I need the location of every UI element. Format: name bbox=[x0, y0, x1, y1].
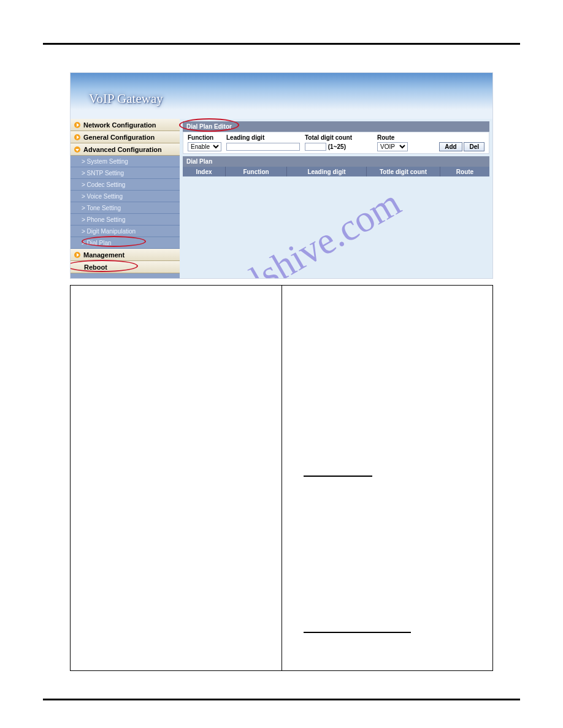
dial-plan-table-title: Dial Plan bbox=[183, 156, 489, 167]
app-banner: VoIP Gateway bbox=[71, 73, 492, 119]
total-digit-hint: (1~25) bbox=[328, 143, 346, 150]
col-function-label: Function bbox=[188, 134, 213, 141]
nav-sub-system-setting[interactable]: > System Setting bbox=[71, 156, 180, 167]
function-select[interactable]: Enable bbox=[188, 142, 221, 151]
leading-digit-input[interactable] bbox=[226, 143, 300, 151]
chevron-down-icon bbox=[74, 146, 80, 153]
nav-management[interactable]: Management bbox=[71, 249, 180, 261]
horizontal-line-icon bbox=[304, 632, 411, 633]
chevron-right-icon bbox=[74, 122, 80, 128]
route-select[interactable]: VOIP bbox=[377, 142, 408, 151]
dial-plan-table-head: Index Function Leading digit Totle digit… bbox=[183, 167, 489, 176]
content-panel: Dial Plan Editor Function Leading digit … bbox=[180, 119, 492, 278]
th-leading: Leading digit bbox=[287, 167, 367, 176]
dial-plan-editor-form: Function Leading digit Total digit count… bbox=[183, 132, 489, 154]
col-total-label: Total digit count bbox=[305, 134, 352, 141]
th-total: Totle digit count bbox=[367, 167, 440, 176]
th-function: Function bbox=[226, 167, 287, 176]
app-title: VoIP Gateway bbox=[89, 91, 163, 107]
th-route: Route bbox=[440, 167, 489, 176]
nav-sub-voice-setting[interactable]: > Voice Setting bbox=[71, 191, 180, 202]
nav-sub-sntp-setting[interactable]: > SNTP Setting bbox=[71, 167, 180, 179]
nav-sub-codec-setting[interactable]: > Codec Setting bbox=[71, 179, 180, 191]
nav-sub-digit-manipulation[interactable]: > Digit Manipulation bbox=[71, 226, 180, 237]
horizontal-line-icon bbox=[304, 476, 372, 477]
add-button[interactable]: Add bbox=[439, 142, 462, 151]
chevron-right-icon bbox=[74, 252, 80, 258]
col-leading-label: Leading digit bbox=[226, 134, 264, 141]
del-button[interactable]: Del bbox=[464, 142, 484, 151]
nav-sub-dial-plan[interactable]: > Dial Plan bbox=[71, 237, 180, 249]
total-digit-input[interactable] bbox=[305, 143, 326, 151]
chevron-right-icon bbox=[74, 134, 80, 140]
left-nav: Network Configuration General Configurat… bbox=[71, 119, 180, 278]
voip-gateway-app: VoIP Gateway Network Configuration Gener… bbox=[70, 72, 493, 279]
nav-reboot[interactable]: Reboot bbox=[71, 261, 180, 273]
nav-sub-phone-setting[interactable]: > Phone Setting bbox=[71, 214, 180, 226]
nav-sub-tone-setting[interactable]: > Tone Setting bbox=[71, 202, 180, 214]
column-separator bbox=[282, 286, 282, 670]
panel-title-bar: Dial Plan Editor bbox=[183, 121, 489, 132]
nav-advanced-configuration[interactable]: Advanced Configuration bbox=[71, 143, 180, 156]
col-route-label: Route bbox=[377, 134, 394, 141]
nav-general-configuration[interactable]: General Configuration bbox=[71, 131, 180, 143]
nav-network-configuration[interactable]: Network Configuration bbox=[71, 119, 180, 131]
doc-two-column bbox=[70, 285, 493, 671]
th-index: Index bbox=[183, 167, 226, 176]
